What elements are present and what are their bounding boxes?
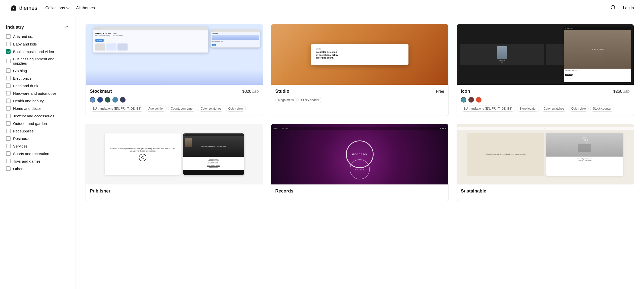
filter-checkbox-other[interactable] (6, 166, 11, 171)
color-option-stockmart-1[interactable] (97, 97, 103, 103)
filter-checkbox-restaurants[interactable] (6, 136, 11, 141)
filter-checkbox-hardware-automotive[interactable] (6, 91, 11, 95)
tag-icon-3: Quick view (569, 106, 589, 112)
filter-checkbox-sports-recreation[interactable] (6, 151, 11, 156)
filter-item-home-decor[interactable]: Home and decor (6, 106, 69, 111)
theme-preview-icon: FREUD $45 HOKUSAI $38 SCULPTURE SCULPTUR… (457, 24, 634, 85)
theme-tags-icon: EU translations (EN, FR, IT, DE, ES)Stor… (461, 106, 630, 112)
nav-all-themes[interactable]: All themes (76, 6, 95, 10)
theme-card-body-studio: StudioFreeMega menuSticky header (271, 85, 448, 107)
theme-card-body-publisher: Publisher (86, 184, 263, 201)
tag-stockmart-3: Color swatches (198, 106, 224, 112)
filter-item-food-drink[interactable]: Food and drink (6, 83, 69, 88)
filter-item-hardware-automotive[interactable]: Hardware and automotive (6, 91, 69, 95)
filter-list: Arts and craftsBaby and kidsBooks, music… (6, 34, 69, 171)
theme-card-sustainable[interactable]: Sustainably crafted goods to elevate you… (457, 124, 634, 201)
theme-card-publisher[interactable]: Publisher is an independent studio and g… (86, 124, 263, 201)
header-nav: Collections All themes (45, 6, 609, 10)
nav-collections[interactable]: Collections (45, 6, 69, 10)
theme-card-top-stockmart: Stockmart$320USD (90, 89, 259, 94)
filter-checkbox-services[interactable] (6, 144, 11, 148)
shopify-logo-icon (10, 5, 17, 12)
theme-preview-studio: studio A curated selectionof exceptional… (271, 24, 448, 85)
color-option-icon-2[interactable] (476, 97, 481, 103)
color-option-icon-0[interactable] (461, 97, 466, 103)
filter-checkbox-arts-crafts[interactable] (6, 34, 11, 39)
theme-name-icon: Icon (461, 89, 470, 94)
color-option-stockmart-3[interactable] (112, 97, 118, 103)
filter-item-health-beauty[interactable]: Health and beauty (6, 99, 69, 103)
theme-preview-stockmart: Upgrade Your Tech Game Find your perfect… (86, 24, 263, 85)
theme-card-body-icon: Icon$260USDEU translations (EN, FR, IT, … (457, 85, 634, 116)
filter-label-services: Services (13, 144, 28, 148)
theme-tags-studio: Mega menuSticky header (275, 97, 444, 103)
sidebar-section-title: Industry (6, 25, 24, 30)
theme-card-icon[interactable]: FREUD $45 HOKUSAI $38 SCULPTURE SCULPTUR… (457, 24, 634, 116)
theme-preview-sustainable: Sustainably crafted goods to elevate you… (457, 124, 634, 184)
filter-item-business-equipment[interactable]: Business equipment and supplies (6, 57, 69, 65)
theme-preview-records: RECORDS RECORDS SHOP ARTISTS BLOG (271, 124, 448, 184)
color-option-stockmart-0[interactable] (90, 97, 95, 103)
theme-preview-publisher: Publisher is an independent studio and g… (86, 124, 263, 184)
login-button[interactable]: Log in (623, 6, 634, 10)
filter-checkbox-toys-games[interactable] (6, 159, 11, 163)
theme-card-body-stockmart: Stockmart$320USDEU translations (EN, FR,… (86, 85, 263, 116)
filter-item-services[interactable]: Services (6, 144, 69, 148)
tag-icon-2: Color swatches (541, 106, 567, 112)
color-option-icon-1[interactable] (468, 97, 474, 103)
svg-point-2 (141, 156, 144, 159)
filter-checkbox-electronics[interactable] (6, 76, 11, 80)
theme-card-records[interactable]: RECORDS RECORDS SHOP ARTISTS BLOG Record… (271, 124, 448, 201)
filter-label-clothing: Clothing (13, 69, 27, 73)
filter-checkbox-health-beauty[interactable] (6, 99, 11, 103)
theme-card-body-sustainable: Sustainable (457, 184, 634, 201)
filter-checkbox-business-equipment[interactable] (6, 59, 11, 63)
collapse-button[interactable] (65, 24, 69, 30)
theme-card-stockmart[interactable]: Upgrade Your Tech Game Find your perfect… (86, 24, 263, 116)
theme-card-body-records: Records (271, 184, 448, 201)
filter-item-other[interactable]: Other (6, 166, 69, 171)
tag-studio-0: Mega menu (275, 97, 297, 103)
filter-item-toys-games[interactable]: Toys and games (6, 159, 69, 163)
filter-item-books-music-video[interactable]: Books, music, and video (6, 49, 69, 54)
filter-checkbox-books-music-video[interactable] (6, 49, 11, 54)
filter-label-books-music-video: Books, music, and video (13, 50, 54, 54)
filter-checkbox-clothing[interactable] (6, 68, 11, 73)
theme-price-studio: Free (436, 89, 444, 94)
filter-item-jewelry-accessories[interactable]: Jewelry and accessories (6, 114, 69, 118)
filter-item-outdoor-garden[interactable]: Outdoor and garden (6, 121, 69, 126)
header-right: Log in (609, 4, 634, 12)
filter-label-home-decor: Home and decor (13, 106, 41, 111)
chevron-down-icon (66, 6, 69, 9)
color-option-stockmart-2[interactable] (105, 97, 110, 103)
filter-item-pet-supplies[interactable]: Pet supplies (6, 129, 69, 133)
filter-checkbox-food-drink[interactable] (6, 83, 11, 88)
filter-checkbox-pet-supplies[interactable] (6, 129, 11, 133)
filter-checkbox-outdoor-garden[interactable] (6, 121, 11, 126)
filter-item-sports-recreation[interactable]: Sports and recreation (6, 151, 69, 156)
theme-card-studio[interactable]: studio A curated selectionof exceptional… (271, 24, 448, 116)
theme-card-top-sustainable: Sustainable (461, 188, 630, 194)
filter-checkbox-jewelry-accessories[interactable] (6, 114, 11, 118)
theme-card-top-studio: StudioFree (275, 89, 444, 94)
sidebar: Industry Arts and craftsBaby and kidsBoo… (0, 16, 75, 289)
theme-card-top-records: Records (275, 188, 444, 194)
theme-price-icon: $260USD (613, 89, 630, 94)
filter-checkbox-home-decor[interactable] (6, 106, 11, 111)
filter-item-arts-crafts[interactable]: Arts and crafts (6, 34, 69, 39)
search-button[interactable] (609, 4, 617, 12)
filter-checkbox-baby-kids[interactable] (6, 42, 11, 46)
svg-line-1 (614, 9, 615, 10)
logo[interactable]: themes (10, 5, 37, 12)
filter-label-jewelry-accessories: Jewelry and accessories (13, 114, 54, 118)
theme-name-studio: Studio (275, 89, 289, 94)
color-option-stockmart-4[interactable] (120, 97, 126, 103)
filter-item-clothing[interactable]: Clothing (6, 68, 69, 73)
filter-item-electronics[interactable]: Electronics (6, 76, 69, 80)
filter-label-toys-games: Toys and games (13, 159, 41, 163)
filter-item-restaurants[interactable]: Restaurants (6, 136, 69, 141)
search-icon (610, 5, 616, 10)
filter-item-baby-kids[interactable]: Baby and kids (6, 42, 69, 46)
tag-studio-1: Sticky header (298, 97, 322, 103)
header: themes Collections All themes Log in (0, 0, 644, 16)
